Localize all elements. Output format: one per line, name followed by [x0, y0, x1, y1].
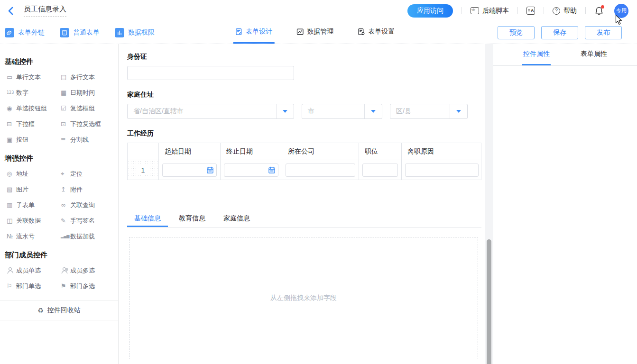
divider — [517, 7, 518, 14]
app-access-button[interactable]: 应用访问 — [407, 4, 453, 18]
column-header: 职位 — [359, 143, 402, 160]
field-home-address[interactable]: 家庭住址 省/自治区/直辖市 市 区/县 — [127, 91, 493, 119]
sidebar-item-number[interactable]: 123数字 — [7, 85, 61, 100]
sidebar-item-label: 下拉框 — [16, 120, 35, 128]
city-select[interactable]: 市 — [302, 104, 382, 119]
radio-icon: ◉ — [7, 105, 16, 112]
sidebar-item-single-line-text[interactable]: ▭单行文本 — [7, 69, 61, 85]
notification-bell-icon[interactable] — [594, 6, 605, 16]
tab-form-design[interactable]: 表单设计 — [233, 21, 274, 44]
member-multi-icon — [61, 267, 70, 274]
tab-family-info[interactable]: 家庭信息 — [216, 211, 257, 227]
sidebar-item-multi-select[interactable]: ⊡下拉复选框 — [61, 116, 112, 132]
help-button[interactable]: 帮助 — [553, 7, 577, 15]
sidebar-item-address[interactable]: ◎地址 — [7, 166, 61, 182]
upload-icon: ↥ — [61, 186, 70, 193]
back-button[interactable] — [7, 6, 17, 16]
sidebar-item-checkbox-group[interactable]: ☑复选框组 — [61, 100, 112, 116]
location-target-icon: ⌖ — [61, 170, 70, 178]
province-select[interactable]: 省/自治区/直辖市 — [127, 104, 294, 119]
sidebar-item-signature[interactable]: ✎手写签名 — [61, 213, 112, 228]
tab-form-properties[interactable]: 表单属性 — [580, 44, 608, 65]
sidebar-item-label: 地址 — [16, 170, 28, 178]
sidebar-item-member-single[interactable]: 成员单选 — [7, 263, 61, 278]
district-placeholder: 区/县 — [390, 107, 450, 116]
sidebar-item-divider[interactable]: ≡分割线 — [61, 132, 112, 147]
tab-basic-info[interactable]: 基础信息 — [127, 211, 168, 227]
leave-reason-input[interactable] — [405, 164, 479, 177]
district-select[interactable]: 区/县 — [390, 104, 468, 119]
address-pin-icon: ◎ — [7, 170, 16, 177]
save-button[interactable]: 保存 — [541, 26, 578, 39]
sidebar-item-label: 多行文本 — [70, 73, 95, 82]
widget-recycle-bin[interactable]: ♻ 控件回收站 — [0, 300, 118, 320]
backend-script-button[interactable]: 后端脚本 — [471, 7, 509, 15]
tab-form-settings[interactable]: 表单设置 — [355, 21, 397, 44]
sidebar-item-data-load[interactable]: ▂▄▆数据加载 — [61, 228, 112, 244]
sidebar-item-department-multi[interactable]: ⚑部门多选 — [61, 278, 112, 294]
sidebar-item-location[interactable]: ⌖定位 — [61, 166, 112, 182]
sidebar-item-label: 关联查询 — [70, 201, 95, 209]
sidebar-item-attachment[interactable]: ↥附件 — [61, 182, 112, 197]
linked-data-icon: ◫ — [7, 217, 16, 224]
chevron-down-icon — [276, 104, 294, 118]
divider-icon: ≡ — [61, 136, 70, 143]
field-work-history-subform[interactable]: 工作经历 起始日期 终止日期 所在公司 职位 离职原因 1 — [127, 129, 493, 180]
user-avatar[interactable]: 专用 — [614, 4, 628, 18]
calendar-icon[interactable] — [206, 166, 214, 174]
page-title[interactable]: 员工信息录入 — [24, 5, 66, 17]
checkbox-icon: ☑ — [61, 105, 70, 112]
form-external-link-button[interactable]: 表单外链 — [5, 28, 45, 37]
field-dropzone[interactable]: 从左侧拖拽来添加字段 — [129, 237, 478, 359]
preview-button[interactable]: 预览 — [498, 26, 535, 39]
sidebar-item-label: 手写签名 — [70, 217, 95, 225]
recycle-icon: ♻ — [37, 307, 44, 314]
publish-button[interactable]: 发布 — [585, 26, 622, 39]
field-tab-group[interactable]: 基础信息 教育信息 家庭信息 从左侧拖拽来添加字段 — [127, 211, 481, 359]
sidebar-item-image[interactable]: ▧图片 — [7, 182, 61, 197]
sidebar-item-label: 按钮 — [16, 136, 28, 144]
normal-form-button[interactable]: 普通表单 — [60, 28, 100, 37]
sidebar-item-label: 图片 — [16, 185, 28, 194]
sidebar-item-label: 数据加载 — [70, 232, 95, 241]
sidebar-item-label: 数字 — [16, 89, 28, 97]
canvas-scrollbar-thumb[interactable] — [487, 239, 491, 364]
sidebar-item-serial-number[interactable]: №流水号 — [7, 228, 61, 244]
form-design-canvas[interactable]: 身份证 家庭住址 省/自治区/直辖市 市 区/县 工作经 — [119, 44, 493, 364]
data-permission-button[interactable]: 数据权限 — [115, 28, 155, 37]
notification-dot — [601, 5, 604, 9]
sidebar-item-department-single[interactable]: ⚐部门单选 — [7, 278, 61, 294]
company-input[interactable] — [286, 164, 355, 177]
form-settings-icon — [357, 28, 365, 36]
sidebar-item-linked-data[interactable]: ◫关联数据 — [7, 213, 61, 228]
column-header: 离职原因 — [402, 143, 482, 160]
field-label: 家庭住址 — [127, 91, 493, 100]
position-input[interactable] — [362, 164, 398, 177]
sidebar-item-multi-line-text[interactable]: ▤多行文本 — [61, 69, 112, 85]
row-number: 1 — [137, 166, 150, 174]
tab-data-management[interactable]: 数据管理 — [294, 21, 335, 44]
city-placeholder: 市 — [302, 107, 364, 116]
sidebar-item-datetime[interactable]: ▦日期时间 — [61, 85, 112, 100]
sidebar-item-radio-group[interactable]: ◉单选按钮组 — [7, 100, 61, 116]
backend-script-label: 后端脚本 — [482, 7, 509, 15]
id-card-input[interactable] — [127, 66, 294, 80]
sidebar-item-label: 部门单选 — [16, 282, 41, 291]
calendar-icon[interactable] — [268, 166, 276, 174]
table-header-row: 起始日期 终止日期 所在公司 职位 离职原因 — [128, 143, 481, 160]
column-header: 所在公司 — [282, 143, 359, 160]
row-number-cell[interactable]: 1 — [128, 160, 159, 180]
tab-widget-properties[interactable]: 控件属性 — [522, 44, 551, 65]
sidebar-item-button[interactable]: ▣按钮 — [7, 132, 61, 147]
sidebar-item-subform[interactable]: ▥子表单 — [7, 197, 61, 213]
divider — [585, 7, 586, 14]
field-id-card[interactable]: 身份证 — [127, 53, 493, 80]
tab-education-info[interactable]: 教育信息 — [172, 211, 212, 227]
linked-query-icon: ∞ — [61, 201, 70, 209]
sidebar-item-select[interactable]: ⊟下拉框 — [7, 116, 61, 132]
sidebar-item-linked-query[interactable]: ∞关联查询 — [61, 197, 112, 213]
sidebar-item-label: 单选按钮组 — [16, 104, 47, 113]
language-icon[interactable] — [526, 7, 535, 15]
sidebar-item-member-multi[interactable]: 成员多选 — [61, 263, 112, 278]
tab-form-settings-label: 表单设置 — [368, 27, 395, 36]
